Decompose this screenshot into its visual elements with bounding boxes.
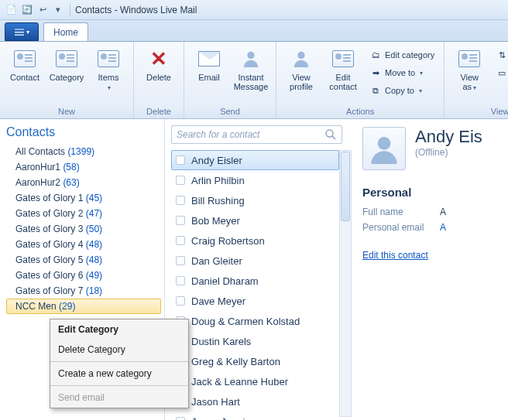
nav-item[interactable]: NCC Men (29)	[6, 299, 161, 314]
search-icon	[324, 128, 337, 141]
contact-list: Andy EislerArlin PhilbinBill RushingBob …	[171, 150, 339, 420]
fullname-label: Full name	[362, 207, 440, 217]
nav-item-label: Gates of Glory 3	[15, 224, 83, 234]
context-menu: Edit Category Delete Category Create a n…	[50, 319, 189, 408]
email-button[interactable]: Email	[189, 45, 229, 101]
contact-list-item[interactable]: Andy Eisler	[171, 150, 339, 170]
nav-item-count: (47)	[86, 208, 102, 219]
search-box[interactable]	[171, 125, 342, 144]
edit-contact-link[interactable]: Edit this contact	[362, 250, 428, 261]
qat-menu-icon[interactable]: ▾	[51, 3, 65, 17]
contact-list-item[interactable]: Jason Hart	[171, 391, 339, 411]
nav-item-count: (48)	[86, 254, 102, 265]
detail-pane: Andy Eis (Offline) Personal Full nameA P…	[355, 119, 508, 420]
contact-list-item[interactable]: Daniel Dharam	[171, 271, 339, 291]
move-to-button[interactable]: ➡Move to▾	[365, 64, 439, 81]
contact-list-item[interactable]: Jack & Leanne Huber	[171, 371, 339, 391]
scrollbar-thumb[interactable]	[341, 152, 350, 221]
ctx-create-category[interactable]: Create a new category	[50, 364, 188, 384]
contact-bullet-icon	[176, 155, 185, 165]
nav-item[interactable]: Gates of Glory 3 (50)	[6, 221, 161, 237]
nav-item[interactable]: Gates of Glory 5 (48)	[6, 252, 161, 268]
nav-item[interactable]: Gates of Glory 7 (18)	[6, 283, 161, 299]
contact-list-item[interactable]: Craig Robertson	[171, 230, 339, 251]
nav-item-count: (50)	[86, 224, 102, 234]
contact-item-name: Arlin Philbin	[191, 175, 245, 186]
nav-item[interactable]: AaronHur1 (58)	[6, 159, 161, 175]
view-as-button[interactable]: View as▾	[449, 45, 489, 101]
contact-item-name: Craig Robertson	[191, 235, 265, 247]
view-profile-button[interactable]: View profile	[281, 45, 321, 101]
sort-icon: ⇅	[496, 49, 508, 61]
nav-item[interactable]: AaronHur2 (63)	[6, 175, 161, 190]
email-label: Personal email	[362, 222, 440, 233]
contact-list-item[interactable]: Doug & Carmen Kolstad	[171, 311, 339, 331]
contact-item-name: Andy Eisler	[191, 155, 242, 166]
qat-undo-icon[interactable]: ↩	[36, 3, 50, 17]
category-icon: 🗂	[369, 49, 382, 61]
copy-to-button[interactable]: ⧉Copy to▾	[365, 82, 439, 99]
envelope-icon	[198, 51, 220, 67]
tab-home[interactable]: Home	[43, 22, 88, 41]
ribbon-group-delete: ✕ Delete Delete	[134, 42, 184, 118]
delete-button[interactable]: ✕ Delete	[139, 45, 179, 101]
edit-contact-button[interactable]: Edit contact	[323, 45, 363, 101]
contact-list-item[interactable]: Bob Meyer	[171, 210, 339, 230]
nav-item[interactable]: Gates of Glory 2 (47)	[6, 206, 161, 221]
contact-bullet-icon	[176, 256, 185, 265]
person-icon	[242, 50, 259, 67]
qat-new-icon[interactable]: 📄	[5, 3, 19, 17]
nav-item[interactable]: All Contacts (1399)	[6, 144, 161, 159]
email-value[interactable]: A	[440, 222, 446, 233]
contact-list-item[interactable]: Dave Meyer	[171, 291, 339, 311]
sort-by-button[interactable]: ⇅Sort by▾	[491, 46, 508, 63]
edit-category-button[interactable]: 🗂Edit category	[365, 46, 439, 63]
contact-bullet-icon	[176, 276, 185, 285]
contact-list-item[interactable]: Greg & Kelly Barton	[171, 351, 339, 371]
search-input[interactable]	[177, 129, 324, 140]
ctx-send-email[interactable]: Send email	[50, 388, 188, 408]
contact-bullet-icon	[176, 176, 185, 185]
new-items-button[interactable]: Items▾	[88, 45, 129, 101]
contact-bullet-icon	[176, 216, 185, 225]
qat-sync-icon[interactable]: 🔄	[20, 3, 34, 17]
instant-message-button[interactable]: Instant Message	[231, 45, 271, 101]
nav-item-label: AaronHur1	[15, 162, 60, 172]
ribbon-group-new-label: New	[5, 105, 129, 118]
nav-item-count: (48)	[86, 239, 102, 250]
contact-bullet-icon	[176, 236, 185, 245]
app-menu-button[interactable]: ▾	[5, 22, 39, 41]
new-category-button[interactable]: Category	[46, 45, 87, 101]
contact-item-name: Greg & Kelly Barton	[191, 356, 280, 367]
nav-item[interactable]: Gates of Glory 1 (45)	[6, 190, 161, 206]
contact-list-item[interactable]: Bill Rushing	[171, 190, 339, 210]
new-contact-button[interactable]: Contact	[5, 45, 45, 101]
ctx-delete-category[interactable]: Delete Category	[50, 340, 188, 360]
ribbon: Contact Category Items▾ New ✕ Delete Del…	[0, 42, 508, 119]
scrollbar[interactable]	[339, 150, 352, 417]
ribbon-group-new: Contact Category Items▾ New	[0, 42, 134, 118]
svg-point-1	[297, 52, 304, 59]
nav-item-count: (18)	[86, 285, 102, 296]
ctx-separator	[50, 361, 188, 362]
contact-bullet-icon	[176, 296, 185, 306]
contact-list-pane: Andy EislerArlin PhilbinBill RushingBob …	[164, 119, 355, 420]
nav-list: All Contacts (1399)AaronHur1 (58)AaronHu…	[6, 144, 161, 314]
contact-list-item[interactable]: Dustin Karels	[171, 331, 339, 351]
avatar	[362, 127, 406, 170]
contact-list-item[interactable]: Jason Jennings	[171, 411, 339, 420]
nav-item-label: NCC Men	[15, 301, 57, 312]
nav-item[interactable]: Gates of Glory 4 (48)	[6, 237, 161, 252]
contact-bullet-icon	[176, 417, 185, 420]
nav-item-count: (29)	[59, 301, 75, 312]
nav-item-label: Gates of Glory 2	[15, 208, 83, 219]
contact-list-item[interactable]: Dan Gleiter	[171, 251, 339, 271]
contact-bullet-icon	[176, 196, 185, 205]
preview-button[interactable]: ▭Preview	[491, 64, 508, 81]
contact-item-name: Dustin Karels	[191, 336, 251, 347]
contact-list-item[interactable]: Arlin Philbin	[171, 170, 339, 190]
nav-item[interactable]: Gates of Glory 6 (49)	[6, 268, 161, 283]
ribbon-group-send: Email Instant Message Send	[184, 42, 276, 118]
nav-item-label: Gates of Glory 5	[15, 254, 83, 265]
nav-item-label: Gates of Glory 1	[15, 193, 83, 203]
